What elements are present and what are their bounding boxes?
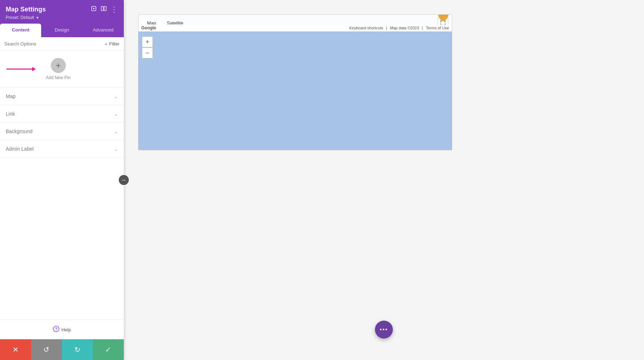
tab-content[interactable]: Content — [0, 24, 41, 37]
svg-rect-2 — [101, 6, 103, 11]
help-icon: ? — [53, 326, 59, 334]
bottom-toolbar: ✕ ↺ ↻ ✓ — [0, 339, 124, 360]
save-icon: ✓ — [105, 345, 111, 354]
more-icon[interactable]: ⋮ — [111, 5, 118, 14]
terms-link[interactable]: Terms of Use — [426, 26, 449, 30]
zoom-in-button[interactable]: + — [142, 37, 153, 47]
svg-point-1 — [93, 8, 94, 9]
street-view-pegman[interactable] — [438, 14, 449, 21]
preset-dropdown-icon: ▼ — [35, 16, 39, 20]
preset-line[interactable]: Preset: Default ▼ — [6, 15, 118, 20]
main-content: Map Satellite + − — [124, 0, 644, 360]
zoom-controls: + − — [142, 37, 153, 58]
chevron-link-icon: ⌄ — [114, 111, 118, 117]
pegman-icon — [440, 14, 447, 18]
add-pin-wrapper: + Add New Pin — [46, 58, 70, 80]
header-icons: ⋮ — [91, 5, 118, 14]
search-bar: + Filter — [0, 37, 124, 51]
tab-advanced[interactable]: Advanced — [83, 24, 124, 37]
section-admin-label-text: Admin Label — [6, 146, 34, 152]
map-footer: Google Keyboard shortcuts | Map data ©20… — [138, 24, 452, 31]
section-background-label: Background — [6, 128, 33, 134]
chevron-admin-icon: ⌄ — [114, 146, 118, 152]
fab-dots-icon: ••• — [380, 327, 388, 332]
sidebar-body: + Filter + Add New Pin Map ⌄ — [0, 37, 124, 339]
redo-button[interactable]: ↻ — [62, 339, 93, 360]
section-link-label: Link — [6, 111, 15, 117]
svg-rect-3 — [104, 6, 106, 11]
save-button[interactable]: ✓ — [93, 339, 124, 360]
undo-button[interactable]: ↺ — [31, 339, 62, 360]
help-label: Help — [62, 327, 71, 332]
section-background[interactable]: Background ⌄ — [0, 123, 124, 140]
chevron-background-icon: ⌄ — [114, 128, 118, 134]
tab-design[interactable]: Design — [41, 24, 82, 37]
add-pin-label: Add New Pin — [46, 75, 70, 80]
zoom-out-button[interactable]: − — [142, 48, 153, 58]
svg-line-11 — [445, 15, 446, 18]
tabs: Content Design Advanced — [0, 24, 124, 37]
preset-label: Preset: Default — [6, 15, 34, 20]
arrow-indicator — [6, 65, 39, 73]
drag-handle[interactable]: ↔ — [119, 175, 129, 185]
add-pin-button[interactable]: + — [51, 58, 66, 73]
svg-point-9 — [441, 14, 445, 17]
svg-marker-5 — [32, 67, 36, 71]
maximize-icon[interactable] — [91, 5, 97, 13]
fab-button[interactable]: ••• — [375, 321, 393, 339]
sidebar-header: Map Settings ⋮ Preset: Default — [0, 0, 124, 24]
help-section[interactable]: ? Help — [0, 320, 124, 339]
section-map[interactable]: Map ⌄ — [0, 88, 124, 105]
add-pin-area: + Add New Pin — [0, 51, 124, 87]
close-icon: ✕ — [13, 345, 19, 354]
map-footer-right: Keyboard shortcuts | Map data ©2023 | Te… — [349, 26, 449, 30]
chevron-map-icon: ⌄ — [114, 93, 118, 99]
map-data-label: Map data ©2023 — [390, 26, 419, 30]
sidebar-title: Map Settings — [6, 6, 46, 13]
redo-icon: ↻ — [74, 345, 80, 354]
header-top: Map Settings ⋮ — [6, 5, 118, 14]
section-map-label: Map — [6, 93, 15, 99]
close-button[interactable]: ✕ — [0, 339, 31, 360]
google-logo: Google — [141, 25, 156, 30]
search-input[interactable] — [4, 41, 102, 47]
sidebar: Map Settings ⋮ Preset: Default — [0, 0, 124, 360]
keyboard-shortcuts-link[interactable]: Keyboard shortcuts — [349, 26, 383, 30]
undo-icon: ↺ — [43, 345, 49, 354]
filter-plus-icon: + — [104, 41, 108, 47]
drag-horizontal-icon: ↔ — [121, 177, 126, 183]
svg-line-10 — [441, 15, 441, 18]
svg-text:?: ? — [55, 327, 57, 331]
map-container: Map Satellite + − — [138, 14, 452, 150]
section-link[interactable]: Link ⌄ — [0, 105, 124, 123]
columns-icon[interactable] — [101, 5, 107, 13]
filter-button[interactable]: + Filter — [104, 41, 119, 47]
plus-icon: + — [56, 61, 61, 70]
section-list: Map ⌄ Link ⌄ Background ⌄ Admin Label ⌄ — [0, 87, 124, 320]
filter-label: Filter — [109, 41, 119, 47]
section-admin-label[interactable]: Admin Label ⌄ — [0, 140, 124, 158]
